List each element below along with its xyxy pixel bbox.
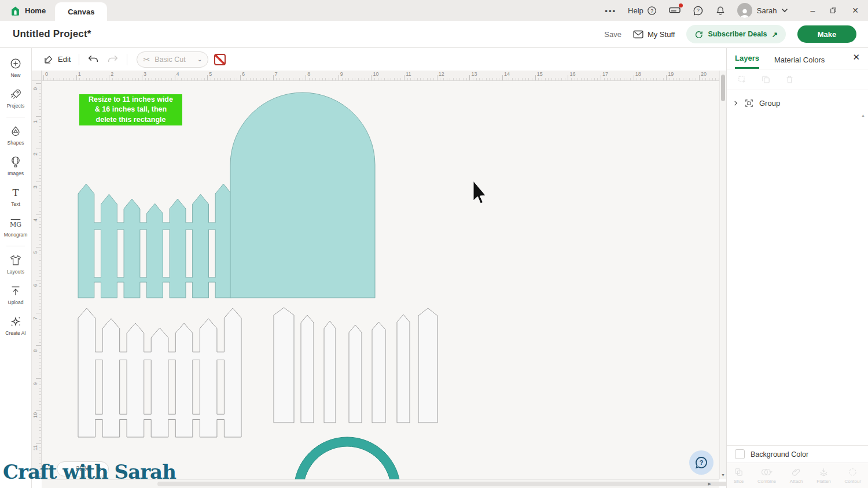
operation-dropdown[interactable]: ✂ Basic Cut ⌄ bbox=[137, 51, 208, 68]
overflow-menu-icon[interactable]: ••• bbox=[605, 6, 616, 15]
craft-with-sarah-watermark: Craft with Sarah bbox=[3, 460, 176, 483]
hot-air-balloon-icon bbox=[9, 156, 22, 168]
trash-icon[interactable] bbox=[785, 75, 795, 84]
teal-picket-fence bbox=[78, 184, 231, 298]
ruler-corner bbox=[32, 71, 42, 81]
v-ruler: 01234567891011 bbox=[32, 81, 42, 479]
panel-scroll-up-icon[interactable]: ▲ bbox=[861, 113, 865, 117]
edit-pen-icon bbox=[43, 54, 54, 65]
undo-icon[interactable] bbox=[87, 54, 99, 65]
vertical-scrollbar[interactable]: ▼ bbox=[719, 71, 726, 479]
redo-icon[interactable] bbox=[107, 54, 119, 65]
sidebar-item-text[interactable]: T Text bbox=[0, 182, 32, 212]
group-icon bbox=[744, 98, 754, 108]
close-button[interactable]: ✕ bbox=[852, 6, 859, 15]
scroll-right-icon[interactable]: ▶ bbox=[708, 482, 711, 486]
my-stuff-button[interactable]: My Stuff bbox=[633, 30, 675, 39]
make-button[interactable]: Make bbox=[797, 25, 856, 43]
teal-arch-ring bbox=[294, 437, 400, 479]
svg-text:T: T bbox=[12, 187, 19, 198]
combine-icon bbox=[760, 467, 773, 477]
tab-material-colors[interactable]: Material Colors bbox=[774, 50, 825, 69]
upload-icon bbox=[9, 284, 22, 297]
sidebar-item-create-ai[interactable]: Create AI bbox=[0, 310, 32, 341]
canvas-tab-label: Canvas bbox=[68, 8, 94, 16]
tab-home[interactable]: Home bbox=[0, 0, 55, 21]
horizontal-scroll-thumb[interactable] bbox=[157, 482, 730, 486]
white-picket-slats bbox=[372, 322, 385, 423]
svg-text:?: ? bbox=[697, 8, 700, 13]
help-question-icon: ? bbox=[647, 6, 657, 16]
white-picket-slats bbox=[397, 315, 410, 423]
attach-button[interactable]: Attach bbox=[790, 467, 803, 484]
divider bbox=[6, 246, 25, 246]
sidebar-item-new[interactable]: New bbox=[0, 53, 32, 83]
text-icon: T bbox=[9, 186, 22, 199]
close-panel-icon[interactable]: ✕ bbox=[852, 52, 860, 65]
white-picket-slats bbox=[324, 321, 336, 423]
chevron-down-icon bbox=[781, 8, 788, 13]
sidebar-item-upload[interactable]: Upload bbox=[0, 280, 32, 310]
canvas-content[interactable]: Resize to 11 inches wide& 16 inches tall… bbox=[42, 81, 719, 479]
select-all-icon[interactable] bbox=[737, 75, 747, 84]
my-stuff-label: My Stuff bbox=[648, 30, 675, 39]
minimize-button[interactable]: – bbox=[810, 6, 815, 15]
canvas-area: 01234567891011121314151617181920 0123456… bbox=[32, 71, 726, 488]
white-picket-slats bbox=[418, 308, 437, 423]
svg-text:?: ? bbox=[650, 8, 653, 13]
machine-status-icon[interactable] bbox=[668, 5, 681, 16]
color-swatch[interactable] bbox=[214, 54, 226, 65]
divider bbox=[79, 54, 79, 65]
home-logo-icon bbox=[10, 6, 20, 16]
sparkle-icon bbox=[9, 315, 22, 328]
svg-text:?: ? bbox=[700, 459, 704, 466]
operation-value: Basic Cut bbox=[155, 56, 186, 64]
sidebar-item-projects[interactable]: Projects bbox=[0, 83, 32, 114]
notification-dot bbox=[679, 3, 683, 8]
white-picket-slats bbox=[274, 308, 294, 423]
vertical-scroll-thumb[interactable] bbox=[721, 75, 725, 101]
tab-canvas[interactable]: Canvas bbox=[55, 2, 107, 21]
background-color-swatch[interactable] bbox=[735, 449, 745, 459]
edit-button[interactable]: Edit bbox=[32, 54, 71, 65]
canvas-note[interactable]: Resize to 11 inches wide& 16 inches tall… bbox=[79, 94, 182, 125]
subscriber-deals-button[interactable]: Subscriber Deals ↗ bbox=[686, 25, 786, 43]
edit-toolbar: Edit ✂ Basic Cut ⌄ bbox=[32, 48, 726, 71]
shapes-svg bbox=[42, 81, 719, 479]
save-button[interactable]: Save bbox=[604, 30, 621, 39]
background-color-row[interactable]: Background Color bbox=[727, 445, 868, 463]
white-picket-slats bbox=[301, 315, 314, 423]
contour-icon bbox=[848, 467, 858, 477]
restore-button[interactable] bbox=[830, 7, 837, 14]
h-ruler: 01234567891011121314151617181920 bbox=[42, 71, 719, 81]
page-title: Untitled Project* bbox=[0, 28, 91, 40]
feedback-chat-icon[interactable]: ? bbox=[693, 5, 704, 16]
duplicate-icon[interactable] bbox=[761, 75, 771, 84]
avatar bbox=[737, 3, 752, 18]
help-menu[interactable]: Help ? bbox=[628, 6, 657, 16]
combine-button[interactable]: Combine bbox=[757, 467, 776, 484]
slice-button[interactable]: Slice bbox=[734, 467, 744, 484]
edit-label: Edit bbox=[58, 55, 71, 64]
rocket-icon bbox=[9, 88, 22, 101]
sidebar: New Projects Shapes Images T Text MG Mon… bbox=[0, 48, 32, 488]
user-name: Sarah bbox=[757, 6, 777, 15]
tab-layers[interactable]: Layers bbox=[735, 49, 759, 69]
sidebar-item-layouts[interactable]: Layouts bbox=[0, 249, 32, 280]
sidebar-item-shapes[interactable]: Shapes bbox=[0, 120, 32, 151]
scroll-down-icon[interactable]: ▼ bbox=[721, 473, 725, 477]
plus-circle-icon bbox=[9, 57, 22, 70]
teal-arch bbox=[230, 93, 375, 298]
layer-actions-bar: Slice Combine Attach Flatten Contour bbox=[727, 463, 868, 488]
help-bubble-button[interactable]: ? bbox=[689, 450, 713, 475]
notifications-bell-icon[interactable] bbox=[715, 5, 726, 16]
layer-group-row[interactable]: Group bbox=[727, 90, 868, 116]
envelope-icon bbox=[633, 30, 643, 39]
flatten-button[interactable]: Flatten bbox=[816, 467, 830, 484]
external-link-icon: ↗ bbox=[772, 30, 778, 39]
sidebar-item-images[interactable]: Images bbox=[0, 151, 32, 182]
sidebar-item-monogram[interactable]: MG Monogram bbox=[0, 212, 32, 243]
contour-button[interactable]: Contour bbox=[845, 467, 861, 484]
user-menu[interactable]: Sarah bbox=[737, 3, 789, 18]
chevron-right-icon[interactable] bbox=[733, 100, 739, 106]
